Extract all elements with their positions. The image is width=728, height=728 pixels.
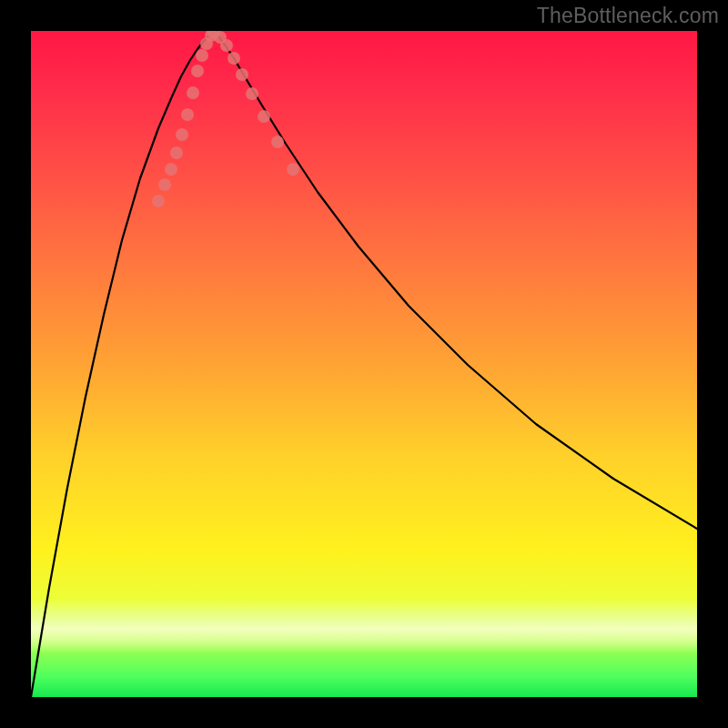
- svg-point-18: [271, 136, 284, 148]
- chart-frame: TheBottleneck.com: [0, 0, 728, 728]
- svg-point-1: [158, 178, 171, 191]
- svg-point-15: [236, 68, 248, 81]
- svg-point-2: [165, 163, 177, 176]
- svg-point-17: [258, 110, 270, 123]
- svg-point-16: [246, 87, 258, 100]
- bottleneck-curve: [31, 31, 697, 697]
- svg-point-8: [196, 49, 208, 62]
- svg-point-19: [287, 163, 299, 176]
- svg-point-3: [170, 147, 183, 159]
- svg-point-14: [228, 52, 240, 65]
- plot-area: [31, 31, 697, 697]
- svg-point-13: [220, 39, 233, 52]
- svg-point-0: [152, 195, 165, 207]
- watermark-text: TheBottleneck.com: [537, 4, 719, 28]
- svg-point-5: [181, 108, 194, 121]
- svg-point-6: [187, 86, 199, 99]
- svg-point-4: [176, 128, 188, 141]
- svg-point-7: [191, 65, 204, 77]
